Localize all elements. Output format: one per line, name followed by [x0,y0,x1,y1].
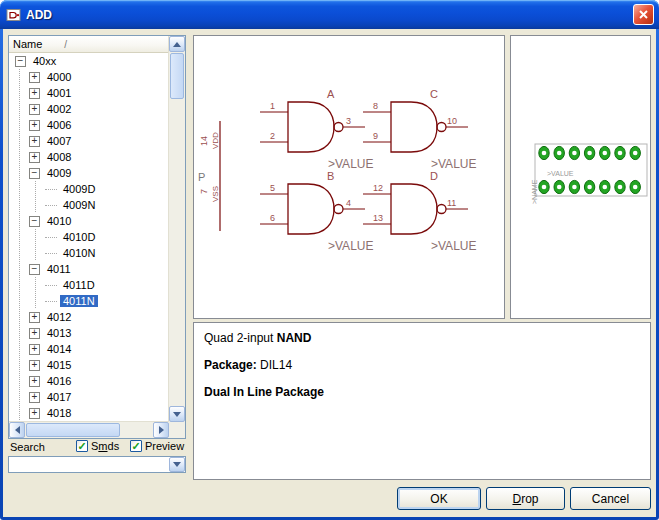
expand-toggle-icon[interactable]: + [29,376,40,387]
tree-item-label[interactable]: 4011N [60,295,98,307]
smds-checkbox[interactable]: ✓ Smds [76,440,119,452]
search-input[interactable] [10,458,170,471]
svg-text:8: 8 [373,101,378,111]
tree-item-label[interactable]: 4009N [60,199,98,211]
titlebar[interactable]: ADD [0,0,659,29]
drop-button[interactable]: Drop [486,487,565,510]
expand-toggle-icon[interactable]: + [29,312,40,323]
tree-item-label[interactable]: 4009 [44,167,74,179]
tree-item-4010N[interactable]: 4010N [10,245,169,261]
collapse-toggle-icon[interactable]: − [29,216,40,227]
tree-header-label: Name [13,38,42,50]
tree-item-label[interactable]: 4002 [44,103,74,115]
tree-item-4013[interactable]: +4013 [10,325,169,341]
tree-column-header-name[interactable]: Name / [9,36,169,53]
tree-horizontal-scrollbar[interactable] [9,421,169,438]
tree-item-4014[interactable]: +4014 [10,341,169,357]
horizontal-scroll-thumb[interactable] [26,423,120,437]
tree-item-4009D[interactable]: 4009D [10,181,169,197]
expand-toggle-icon[interactable]: + [29,408,40,419]
tree-indent [10,357,29,373]
collapse-toggle-icon[interactable]: − [29,264,40,275]
tree-item-4011N[interactable]: 4011N [10,293,169,309]
tree-item-4011D[interactable]: 4011D [10,277,169,293]
tree-item-4017[interactable]: +4017 [10,389,169,405]
tree-item-4006[interactable]: +4006 [10,117,169,133]
tree-indent [10,389,29,405]
expand-toggle-icon[interactable]: + [29,152,40,163]
tree-item-4012[interactable]: +4012 [10,309,169,325]
tree-item-4010D[interactable]: 4010D [10,229,169,245]
tree-item-label[interactable]: 4011D [60,279,98,291]
ok-button[interactable]: OK [397,487,481,510]
close-button[interactable] [633,4,654,25]
expand-toggle-icon[interactable]: + [29,136,40,147]
tree-item-4009N[interactable]: 4009N [10,197,169,213]
expand-toggle-icon[interactable]: + [29,72,40,83]
svg-text:C: C [430,88,438,100]
scroll-right-button[interactable] [153,422,169,438]
expand-toggle-icon[interactable]: + [29,392,40,403]
expand-toggle-icon[interactable]: + [29,344,40,355]
tree-item-label[interactable]: 4014 [44,343,74,355]
tree-item-4011[interactable]: −4011 [10,261,169,277]
tree-indent [10,101,29,117]
expand-toggle-icon[interactable]: + [29,328,40,339]
expand-toggle-icon[interactable]: + [29,88,40,99]
tree-item-4016[interactable]: +4016 [10,373,169,389]
collapse-toggle-icon[interactable]: − [29,168,40,179]
collapse-toggle-icon[interactable]: − [15,56,26,67]
scroll-down-button[interactable] [169,406,185,422]
expand-toggle-icon[interactable]: + [29,120,40,131]
package-preview: >NAME >VALUE [511,36,650,318]
tree-item-label[interactable]: 4011 [44,263,74,275]
arrow-down-icon [173,412,181,417]
tree-item-4015[interactable]: +4015 [10,357,169,373]
tree-item-label[interactable]: 4018 [44,407,74,419]
tree-items: −40xx+4000+4001+4002+4006+4007+4008−4009… [10,53,169,422]
tree-item-label[interactable]: 4012 [44,311,74,323]
tree-item-4008[interactable]: +4008 [10,149,169,165]
tree-item-label[interactable]: 4010D [60,231,98,243]
nand-gate-b: 5 6 4 B >VALUE [260,170,373,253]
tree-item-label[interactable]: 4017 [44,391,74,403]
tree-item-label[interactable]: 4013 [44,327,74,339]
tree-item-label[interactable]: 4008 [44,151,74,163]
package-preview-panel: >NAME >VALUE [510,35,651,319]
tree-item-4002[interactable]: +4002 [10,101,169,117]
combo-dropdown-button[interactable] [169,457,185,472]
tree-item-4018[interactable]: +4018 [10,405,169,421]
tree-item-label[interactable]: 4015 [44,359,74,371]
scroll-up-button[interactable] [169,36,185,52]
vertical-scroll-thumb[interactable] [170,53,184,99]
svg-text:13: 13 [373,213,383,223]
svg-text:>NAME: >NAME [531,179,538,204]
tree-item-label[interactable]: 4009D [60,183,98,195]
nand-gate-d: 12 13 11 D >VALUE [363,170,476,253]
preview-checkbox[interactable]: ✓ Preview [130,440,184,452]
checkbox-check-icon: ✓ [130,440,142,452]
tree-item-label[interactable]: 4010N [60,247,98,259]
cancel-button[interactable]: Cancel [570,487,651,510]
tree-item-label[interactable]: 4007 [44,135,74,147]
tree-item-label[interactable]: 4006 [44,119,74,131]
expand-toggle-icon[interactable]: + [29,360,40,371]
tree-connector [45,253,57,254]
tree-item-label[interactable]: 4010 [44,215,74,227]
scroll-left-button[interactable] [9,422,25,438]
tree-item-4001[interactable]: +4001 [10,85,169,101]
tree-item-label[interactable]: 4000 [44,71,74,83]
svg-text:>VALUE: >VALUE [328,239,373,253]
tree-item-label[interactable]: 4001 [44,87,74,99]
tree-item-4010[interactable]: −4010 [10,213,169,229]
tree-vertical-scrollbar[interactable] [168,36,185,422]
svg-text:6: 6 [270,213,275,223]
tree-item-label[interactable]: 4016 [44,375,74,387]
tree-item-label[interactable]: 40xx [30,55,59,67]
svg-text:3: 3 [346,116,351,126]
tree-item-40xx[interactable]: −40xx [10,53,169,69]
tree-item-4007[interactable]: +4007 [10,133,169,149]
tree-item-4000[interactable]: +4000 [10,69,169,85]
expand-toggle-icon[interactable]: + [29,104,40,115]
tree-item-4009[interactable]: −4009 [10,165,169,181]
